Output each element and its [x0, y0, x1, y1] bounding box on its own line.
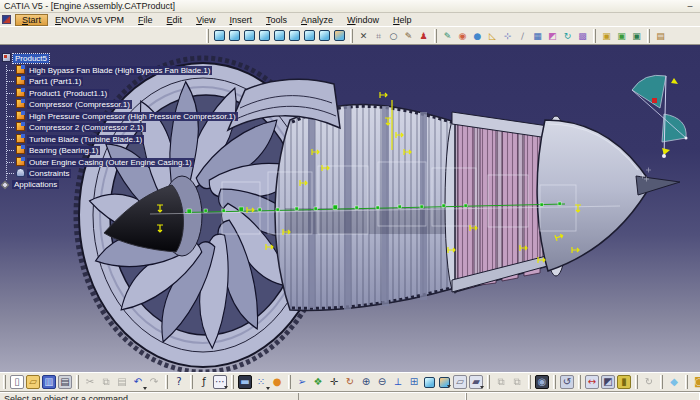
toolbar-handle[interactable] — [350, 29, 353, 43]
toolbar-handle[interactable] — [578, 375, 581, 389]
toolbar-handle[interactable] — [685, 375, 688, 389]
catia-app-icon[interactable] — [2, 15, 11, 24]
menu-edit[interactable]: Edit — [160, 14, 190, 26]
fly-mode-icon[interactable]: ➢ — [295, 375, 309, 389]
slash-pen-icon[interactable]: ∕ — [516, 29, 529, 42]
menu-window[interactable]: Window — [340, 14, 386, 26]
menu-help[interactable]: Help — [386, 14, 419, 26]
view-style-icon-1[interactable]: ▱ — [453, 375, 467, 389]
toolbar-handle[interactable] — [434, 29, 437, 43]
refresh-swirl-icon[interactable]: ↻ — [561, 29, 574, 42]
annotation-table-icon[interactable]: ▦ — [531, 29, 544, 42]
tree-item[interactable]: Part1 (Part1.1) — [7, 76, 238, 88]
tree-item-label[interactable]: Part1 (Part1.1) — [27, 77, 83, 86]
tree-item-label[interactable]: High Bypass Fan Blade (High Bypass Fan B… — [27, 66, 212, 75]
normal-view-icon[interactable]: ⟂ — [391, 375, 405, 389]
orange-sphere-icon[interactable]: ● — [270, 375, 284, 389]
tree-item-label[interactable]: Compressor 2 (Compressor 2.1) — [27, 123, 146, 132]
toolbar-handle[interactable] — [647, 29, 650, 43]
dropdown-arrow-icon[interactable] — [224, 386, 228, 389]
3d-viewport[interactable]: Product5 High Bypass Fan Blade (High Byp… — [0, 45, 700, 372]
toolbar-handle[interactable] — [487, 375, 490, 389]
toolbar-handle[interactable] — [190, 375, 193, 389]
menu-analyze[interactable]: Analyze — [294, 14, 340, 26]
iso-view-cube-icon[interactable] — [424, 377, 435, 388]
screen-capture-icon[interactable]: ▬ — [238, 375, 252, 389]
zoom-out-icon[interactable]: ⊖ — [375, 375, 389, 389]
zoom-in-icon[interactable]: ⊕ — [359, 375, 373, 389]
compass-tool-icon[interactable]: ◉ — [456, 29, 469, 42]
delete-icon[interactable]: ✕ — [357, 29, 370, 42]
toolbar-handle[interactable] — [206, 29, 209, 43]
tree-item-label[interactable]: High Pressure Compressor (High Pressure … — [27, 112, 238, 121]
whats-this-icon[interactable]: ? — [172, 375, 186, 389]
checker-icon[interactable]: ▩ — [576, 29, 589, 42]
product-cube-icon-7[interactable] — [304, 30, 315, 41]
menu-insert[interactable]: Insert — [222, 14, 259, 26]
fit-all-in-icon[interactable]: ❖ — [311, 375, 325, 389]
triangle-rule-icon[interactable]: ◺ — [486, 29, 499, 42]
chat-bubble-icon[interactable]: ⋯ — [213, 375, 227, 389]
menu-view[interactable]: View — [189, 14, 222, 26]
toolbar-handle[interactable] — [660, 375, 663, 389]
product-cube-icon-1[interactable] — [214, 30, 225, 41]
tree-item[interactable]: Outer Engine Casing (Outer Engine Casing… — [7, 157, 238, 169]
menu-enovia-v5-vpm[interactable]: ENOVIA V5 VPM — [48, 14, 131, 26]
airbrush-icon[interactable]: ✎ — [441, 29, 454, 42]
dropdown-arrow-icon[interactable] — [447, 385, 451, 388]
toolbar-handle[interactable] — [231, 375, 234, 389]
product-cube-icon-3[interactable] — [244, 30, 255, 41]
toolbar-handle[interactable] — [288, 375, 291, 389]
fx-knowledge-icon[interactable]: ƒ — [197, 375, 211, 389]
camera-icon[interactable]: ◉ — [535, 375, 549, 389]
paint-part-icon-1[interactable]: ◙ — [692, 375, 700, 389]
tree-item-applications[interactable]: Applications — [2, 180, 238, 192]
product-cube-icon-5[interactable] — [274, 30, 285, 41]
menu-tools[interactable]: Tools — [259, 14, 294, 26]
tree-item[interactable]: High Pressure Compressor (High Pressure … — [7, 111, 238, 123]
menu-start[interactable]: Start — [15, 14, 48, 26]
tree-item[interactable]: High Bypass Fan Blade (High Bypass Fan B… — [7, 65, 238, 77]
toolbar-handle[interactable] — [553, 375, 556, 389]
measure-item-icon[interactable]: ◩ — [601, 375, 615, 389]
tree-item-label[interactable]: Constraints — [27, 169, 71, 178]
tree-item[interactable]: Compressor (Compressor.1) — [7, 99, 238, 111]
library-box-icon-2[interactable]: ▣ — [615, 29, 628, 42]
tree-item-label[interactable]: Bearing (Bearing.1) — [27, 146, 100, 155]
compressor-drum[interactable] — [275, 104, 465, 310]
graph-nodes-icon[interactable]: ⁙ — [254, 375, 268, 389]
menu-file[interactable]: File — [131, 14, 160, 26]
sphere-tool-icon[interactable]: ● — [471, 29, 484, 42]
toolbar-handle[interactable] — [593, 29, 596, 43]
save-icon[interactable]: ▥ — [42, 375, 56, 389]
toolbar-handle[interactable] — [165, 375, 168, 389]
tree-item[interactable]: Product1 (Product1.1) — [7, 88, 238, 100]
snap-grid-icon[interactable]: ⌗ — [372, 29, 385, 42]
tree-item-root[interactable]: Product5 — [2, 53, 238, 65]
multi-view-icon[interactable]: ⊞ — [407, 375, 421, 389]
tree-item-label[interactable]: Product1 (Product1.1) — [27, 89, 109, 98]
tree-item[interactable]: Compressor 2 (Compressor 2.1) — [7, 122, 238, 134]
shaded-view-cube-icon[interactable] — [439, 377, 450, 388]
measure-between-icon[interactable]: ↔ — [585, 375, 599, 389]
dropdown-arrow-icon[interactable] — [480, 386, 484, 389]
turntable-icon[interactable]: ↺ — [560, 375, 574, 389]
undo-icon[interactable]: ↶ — [131, 375, 145, 389]
toolbar-handle[interactable] — [528, 375, 531, 389]
magnifier-tool-icon[interactable]: ○ — [387, 29, 400, 42]
gem-icon[interactable]: ◆ — [667, 375, 681, 389]
library-box-icon-3[interactable]: ▣ — [630, 29, 643, 42]
mass-battery-icon[interactable]: ▮ — [617, 375, 631, 389]
tree-item[interactable]: Constraints — [7, 168, 238, 180]
toolbar-handle[interactable] — [76, 375, 79, 389]
capture-cube-icon[interactable] — [334, 30, 345, 41]
tree-item[interactable]: Turbine Blade (Turbine Blade.1) — [7, 134, 238, 146]
tree-item-label[interactable]: Compressor (Compressor.1) — [27, 100, 132, 109]
toolbar-handle[interactable] — [3, 375, 6, 389]
jack-axis-icon[interactable]: ⊹ — [501, 29, 514, 42]
toolbar-handle[interactable] — [635, 375, 638, 389]
open-folder-icon[interactable]: ▱ — [26, 375, 40, 389]
rotate-orbit-icon[interactable]: ↻ — [343, 375, 357, 389]
print-icon[interactable]: ▤ — [58, 375, 72, 389]
tree-item-label[interactable]: Turbine Blade (Turbine Blade.1) — [27, 135, 144, 144]
